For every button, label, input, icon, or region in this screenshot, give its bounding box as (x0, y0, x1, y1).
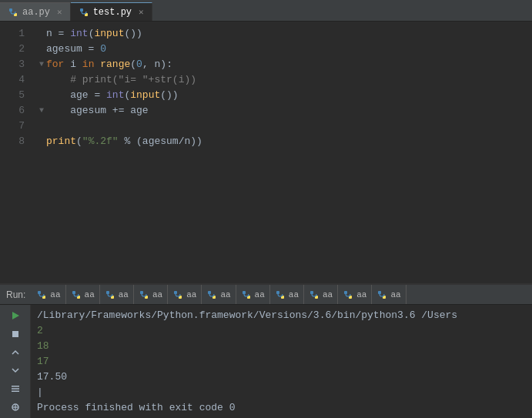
run-tabs-bar: Run: aa aa aa aa aa aa aa (0, 285, 532, 305)
tab-aa-py-label: aa.py (22, 7, 50, 18)
run-tab-3[interactable]: aa (100, 285, 134, 305)
code-line-2: agesum = 0 (37, 42, 532, 57)
output-finished: Process finished with exit code 0 (37, 400, 526, 416)
run-tab-7[interactable]: aa (236, 285, 270, 305)
run-extra-button[interactable] (7, 400, 24, 415)
svg-rect-0 (9, 8, 12, 12)
line-numbers: 1 2 3 4 5 6 7 8 (0, 22, 31, 283)
output-result: 17.50 (37, 370, 526, 385)
run-content: /Library/Frameworks/Python.framework/Ver… (0, 305, 532, 418)
code-line-7 (37, 119, 532, 134)
svg-marker-26 (12, 312, 19, 319)
run-output: /Library/Frameworks/Python.framework/Ver… (31, 305, 532, 418)
run-scroll-up-button[interactable] (7, 345, 24, 360)
tab-bar: aa.py ✕ test.py ✕ (0, 0, 532, 22)
svg-rect-22 (344, 291, 347, 294)
fold-5 (37, 88, 46, 103)
editor: 1 2 3 4 5 6 7 8 n = int(input()) agesum … (0, 22, 532, 283)
code-area[interactable]: n = int(input()) agesum = 0 ▼ for i in r… (31, 22, 532, 283)
svg-rect-20 (310, 291, 313, 294)
run-play-button[interactable] (7, 308, 24, 323)
output-line-17: 17 (37, 354, 526, 370)
output-pipe: | (37, 385, 526, 400)
run-tab-11[interactable]: aa (372, 285, 406, 305)
output-path: /Library/Frameworks/Python.framework/Ver… (37, 308, 526, 323)
fold-7 (37, 119, 46, 134)
run-stop-button[interactable] (7, 326, 24, 342)
run-scroll-down-button[interactable] (7, 363, 24, 378)
tab-test-py-label: test.py (93, 7, 132, 18)
svg-rect-12 (174, 291, 177, 294)
run-tab-6[interactable]: aa (202, 285, 236, 305)
fold-6: ▼ (37, 103, 46, 119)
fold-1 (37, 26, 46, 42)
run-settings-button[interactable] (7, 381, 24, 396)
svg-rect-6 (72, 291, 75, 294)
fold-2 (37, 42, 46, 57)
tab-test-py-close[interactable]: ✕ (139, 7, 144, 17)
svg-rect-14 (208, 291, 211, 294)
tab-test-py[interactable]: test.py ✕ (71, 2, 152, 21)
run-tab-8[interactable]: aa (270, 285, 304, 305)
run-label: Run: (0, 289, 32, 300)
run-panel: Run: aa aa aa aa aa aa aa (0, 283, 532, 418)
tab-aa-py[interactable]: aa.py ✕ (0, 2, 71, 21)
run-tab-4[interactable]: aa (134, 285, 168, 305)
code-line-4: # print("i= "+str(i)) (37, 72, 532, 88)
run-tab-1[interactable]: aa (32, 285, 65, 305)
output-line-2: 2 (37, 323, 526, 339)
code-line-6: ▼ agesum += age (37, 103, 532, 119)
run-sidebar (0, 305, 31, 418)
run-tab-2[interactable]: aa (66, 285, 100, 305)
fold-4 (37, 72, 46, 88)
svg-rect-24 (378, 291, 381, 294)
fold-3: ▼ (37, 57, 46, 72)
svg-rect-10 (140, 291, 143, 294)
fold-8 (37, 134, 46, 149)
output-line-18: 18 (37, 339, 526, 354)
svg-rect-16 (243, 291, 246, 294)
svg-rect-8 (106, 291, 109, 294)
svg-rect-18 (276, 291, 279, 294)
code-line-8: print("%.2f" % (agesum/n)) (37, 134, 532, 149)
svg-rect-4 (38, 291, 41, 294)
code-line-1: n = int(input()) (37, 26, 532, 42)
tab-aa-py-close[interactable]: ✕ (57, 7, 62, 17)
svg-rect-29 (12, 388, 19, 390)
svg-rect-30 (12, 391, 19, 393)
svg-rect-27 (12, 331, 18, 337)
svg-rect-2 (80, 8, 83, 12)
svg-rect-28 (12, 386, 19, 387)
run-tab-10[interactable]: aa (338, 285, 372, 305)
code-line-5: age = int(input()) (37, 88, 532, 103)
run-tab-5[interactable]: aa (168, 285, 202, 305)
run-tab-9[interactable]: aa (304, 285, 338, 305)
code-line-3: ▼ for i in range(0, n): (37, 57, 532, 72)
